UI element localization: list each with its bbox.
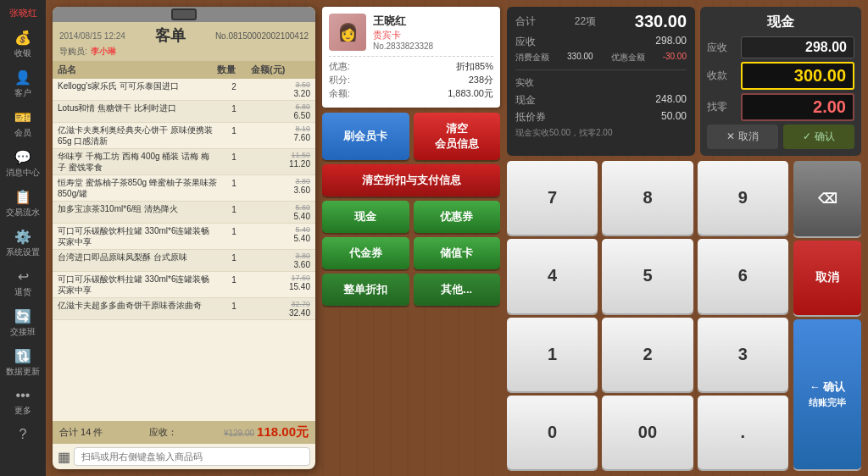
order-item: 恒寿堂 蜜炼柚子茶850g 蜂蜜柚子茶果味茶 850g/罐 1 3.80 3.6… (53, 175, 315, 202)
receivable-value: 298.00 (655, 35, 687, 49)
order-item: 可口可乐碳酸饮料拉罐 330ml*6连罐装畅买家中享 1 17.60 15.40 (53, 272, 315, 298)
sidebar-item-帮助[interactable]: ? (2, 423, 44, 446)
discount-label: 优惠: (329, 60, 350, 73)
numpad-key-1[interactable]: 1 (507, 318, 598, 391)
actual-title: 实收 (515, 76, 687, 89)
cash-register-icon: 💰 (14, 30, 31, 46)
cash-receivable-label: 应收 (707, 41, 741, 55)
footer-shouldpay: 应收： (149, 426, 177, 439)
other-button[interactable]: 其他... (414, 274, 501, 306)
sidebar-item-客户[interactable]: 👤 客户 (2, 65, 44, 103)
price-original: 6.80 (295, 102, 310, 111)
order-item: 亿滋卡夫奥利奥经典夹心饼干 原味便携装65g 口感清新 1 8.10 7.60 (53, 123, 315, 149)
order-no: No.08150002002100412 (215, 31, 309, 41)
customer-type: 贵宾卡 (373, 29, 493, 42)
order-item: 台湾进口即品原味凤梨酥 台式原味 1 3.80 3.60 (53, 250, 315, 272)
middle-panel: 👩 王晓红 贵宾卡 No.2833823328 优惠: 折扣85% 积分: 23… (322, 7, 500, 469)
item-price: 3.80 3.60 (251, 177, 310, 195)
cash-button[interactable]: 现金 (322, 201, 409, 233)
numpad-key-8[interactable]: 8 (602, 161, 693, 235)
member-icon: 🎫 (14, 109, 31, 125)
cash-confirm-button[interactable]: ✓ 确认 (783, 125, 854, 149)
numpad-key-6[interactable]: 6 (698, 239, 788, 313)
more-icon: ••• (16, 388, 31, 403)
transaction-icon: 📋 (14, 189, 31, 205)
item-name: Lotus和情 焦糖饼干 比利时进口 (58, 102, 217, 113)
shift-icon: 🔄 (14, 308, 31, 324)
item-name: 亿滋卡夫奥利奥经典夹心饼干 原味便携装65g 口感清新 (58, 125, 217, 147)
item-name: 可口可乐碳酸饮料拉罐 330ml*6连罐装畅买家中享 (58, 225, 217, 247)
receipt-card: 👩 王晓红 贵宾卡 No.2833823328 优惠: 折扣85% 积分: 23… (322, 7, 500, 108)
balance-label: 余额: (329, 87, 350, 100)
item-qty: 1 (217, 274, 251, 285)
numpad-key-4[interactable]: 4 (507, 239, 598, 313)
member-card-button[interactable]: 刷会员卡 (322, 113, 409, 160)
sidebar-item-消息中心[interactable]: 💬 消息中心 (2, 145, 44, 183)
right-section: 合计 22项 330.00 应收 298.00 消费金额 330.00 优惠金额… (507, 7, 861, 469)
cash-payment-input[interactable]: 300.00 (741, 62, 854, 90)
price-original: 5.40 (295, 225, 310, 234)
return-icon: ↩ (18, 268, 29, 285)
gift-card-button[interactable]: 代金券 (322, 237, 409, 269)
order-items: Kellogg's家乐氏 可可乐泰国进口 2 3.50 3.20 Lotus和情… (53, 79, 315, 421)
sidebar-item-会员[interactable]: 🎫 会员 (2, 105, 44, 143)
item-qty: 2 (217, 80, 251, 91)
numpad-key-2[interactable]: 2 (602, 318, 693, 391)
order-date: 2014/08/15 12:24 (59, 31, 125, 41)
sidebar-item-数据更新[interactable]: 🔃 数据更新 (2, 344, 44, 382)
summary-panel: 合计 22项 330.00 应收 298.00 消费金额 330.00 优惠金额… (507, 7, 695, 156)
sidebar-label-交易: 交易流水 (6, 207, 40, 219)
numpad-key-00[interactable]: 00 (602, 396, 693, 469)
sidebar-item-收银[interactable]: 💰 收银 (2, 25, 44, 64)
item-price: 5.60 5.40 (251, 203, 310, 221)
order-table-header: 品名 数量 金额(元) (53, 61, 315, 79)
item-qty: 1 (217, 102, 251, 113)
customer-info: 王晓红 贵宾卡 No.2833823328 (373, 14, 493, 51)
update-icon: 🔃 (14, 348, 31, 364)
numpad-key-5[interactable]: 5 (602, 239, 693, 313)
clear-discount-button[interactable]: 清空折扣与支付信息 (322, 164, 500, 196)
barcode-input[interactable] (74, 447, 310, 466)
item-qty: 1 (217, 203, 251, 214)
price-actual: 7.60 (294, 133, 310, 142)
points-label: 积分: (329, 74, 350, 86)
clear-member-button[interactable]: 清空 会员信息 (414, 113, 501, 160)
sidebar-item-退货[interactable]: ↩ 退货 (2, 264, 44, 302)
price-original: 3.80 (295, 177, 310, 185)
confirm-button[interactable]: ← 确认 结账完毕 (793, 319, 861, 469)
item-name: 亿滋卡夫超多多曲奇饼干原味香浓曲奇 (58, 300, 217, 311)
numpad-key-9[interactable]: 9 (698, 161, 788, 235)
sidebar-label-消息: 消息中心 (6, 167, 40, 179)
sidebar-item-交易流水[interactable]: 📋 交易流水 (2, 185, 44, 223)
order-item: 华味亨 千梅工坊 西梅 400g 桶装 话梅 梅子 蜜饯零食 1 11.50 1… (53, 149, 315, 175)
sidebar-item-交接班[interactable]: 🔄 交接班 (2, 304, 44, 342)
sidebar-label-退货: 退货 (14, 286, 31, 298)
main-content: 2014/08/15 12:24 客单 No.08150002002100412… (46, 0, 868, 476)
numpad-key-7[interactable]: 7 (507, 161, 598, 235)
footer-original: ¥129.00 (224, 429, 254, 438)
cash-cancel-button[interactable]: ✕ 取消 (707, 125, 778, 149)
sidebar-item-系统设置[interactable]: ⚙️ 系统设置 (2, 224, 44, 263)
customer-avatar: 👩 (329, 14, 366, 51)
price-actual: 5.40 (294, 234, 310, 243)
order-footer: 合计 14 件 应收： ¥129.00 118.00元 (53, 421, 315, 444)
coupon-button[interactable]: 优惠券 (414, 201, 501, 233)
guide-name: 李小琳 (91, 46, 116, 58)
sidebar-item-更多[interactable]: ••• 更多 (2, 384, 44, 421)
consume-label: 消费金额 (515, 52, 549, 64)
customer-card: No.2833823328 (373, 42, 493, 51)
item-name: 可口可乐碳酸饮料拉罐 330ml*6连罐装畅买家中享 (58, 274, 217, 296)
stored-card-button[interactable]: 储值卡 (414, 237, 501, 269)
full-discount-button[interactable]: 整单折扣 (322, 274, 409, 306)
sidebar-label-会员: 会员 (14, 127, 31, 139)
numpad-key-3[interactable]: 3 (698, 318, 788, 391)
order-title: 客单 (155, 25, 186, 46)
cancel-button[interactable]: 取消 (793, 241, 861, 316)
numpad-key-.[interactable]: . (698, 396, 788, 469)
numpad-key-0[interactable]: 0 (507, 396, 598, 469)
backspace-button[interactable]: ⌫ (793, 161, 861, 236)
price-actual: 32.40 (289, 308, 310, 318)
item-price: 11.50 11.20 (251, 151, 310, 169)
item-price: 3.50 3.20 (251, 80, 310, 98)
item-price: 32.70 32.40 (251, 300, 310, 318)
